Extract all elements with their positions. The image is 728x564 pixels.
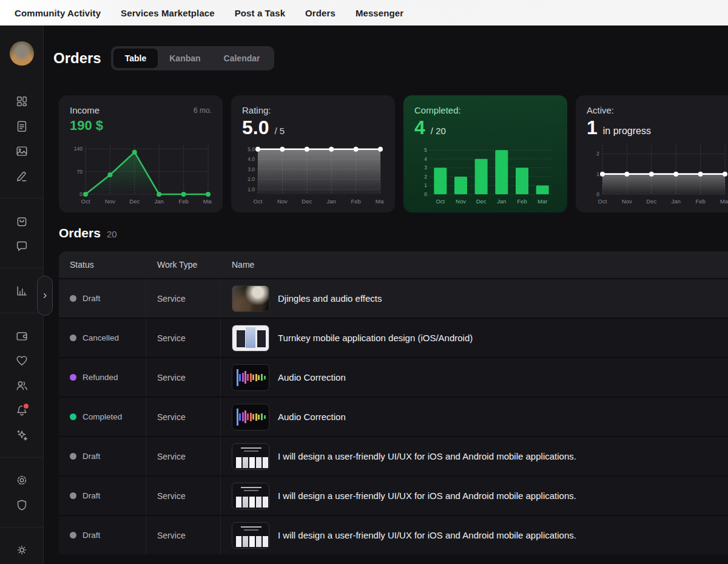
card-label: Active: — [587, 105, 614, 115]
svg-text:Nov: Nov — [622, 198, 632, 205]
tab-table[interactable]: Table — [113, 49, 158, 68]
page-header: Orders TableKanbanCalendar — [44, 25, 728, 70]
orders-count: 20 — [107, 229, 117, 239]
table-row[interactable]: Draft Service I will design a user-frien… — [59, 475, 728, 515]
order-thumbnail-studio[interactable] — [232, 285, 269, 312]
tab-kanban[interactable]: Kanban — [158, 49, 212, 68]
sidebar-item-heart[interactable] — [0, 348, 44, 373]
sidebar-item-wallet[interactable] — [0, 323, 44, 348]
svg-text:Feb: Feb — [517, 198, 527, 205]
svg-text:1: 1 — [596, 171, 599, 177]
wallet-icon — [15, 329, 29, 342]
svg-text:5.0: 5.0 — [248, 146, 255, 152]
table-row[interactable]: Refunded Service Audio Correction — [59, 357, 728, 396]
sidebar-item-pen[interactable] — [0, 163, 44, 188]
bag-icon — [15, 214, 29, 228]
sidebar-item-bell[interactable] — [0, 398, 44, 423]
order-thumbnail-phones[interactable] — [232, 325, 269, 352]
order-name: Audio Correction — [278, 372, 346, 382]
order-thumbnail-uiux[interactable] — [232, 443, 269, 470]
column-header-work-type: Work Type — [146, 260, 221, 270]
status-dot — [70, 335, 76, 341]
svg-text:Feb: Feb — [351, 198, 360, 205]
table-row[interactable]: Draft Service I will design a user-frien… — [59, 436, 728, 475]
stats-cards: Income 6 mo. 190 $ 140700OctNovDecJanFeb… — [59, 95, 728, 212]
work-type-label: Service — [157, 452, 186, 461]
sidebar-item-users[interactable] — [0, 373, 44, 398]
order-thumbnail-uiux[interactable] — [232, 522, 269, 549]
svg-text:Feb: Feb — [178, 198, 188, 205]
active-suffix: in progress — [603, 126, 651, 137]
svg-text:Jan: Jan — [672, 198, 681, 205]
table-body: Draft Service Djingles and audio effects… — [59, 278, 728, 554]
table-row[interactable]: Cancelled Service Turnkey mobile applica… — [59, 318, 728, 357]
column-header-name: Name — [221, 260, 728, 270]
sidebar-item-settings[interactable] — [0, 467, 44, 492]
tab-calendar[interactable]: Calendar — [212, 49, 272, 68]
status-label: Completed — [83, 412, 122, 421]
order-thumbnail-waveform[interactable] — [232, 364, 269, 391]
order-thumbnail-uiux[interactable] — [232, 483, 269, 509]
order-thumbnail-waveform[interactable] — [232, 404, 269, 430]
avatar[interactable] — [10, 41, 34, 66]
sidebar-expand-button[interactable] — [37, 276, 53, 316]
active-card: Active: 1 in progress 210OctNovDecJanFeb… — [576, 95, 728, 212]
rating-card: Rating: 5.0 / 5 5.04.03.02.01.0OctNovDec… — [231, 95, 395, 212]
status-label: Refunded — [83, 373, 118, 382]
orders-section-title: Orders — [59, 226, 101, 240]
heart-icon — [15, 354, 29, 367]
sidebar-item-document[interactable] — [0, 114, 44, 138]
work-type-label: Service — [157, 294, 186, 304]
orders-section: Orders 20 Status Work Type Name Draft Se… — [59, 226, 728, 554]
table-row[interactable]: Draft Service I will design a user-frien… — [59, 515, 728, 554]
svg-text:Jan: Jan — [497, 198, 506, 205]
income-chart: 140700OctNovDecJanFebMar — [70, 141, 212, 206]
svg-text:Mar: Mar — [720, 198, 728, 205]
svg-text:Dec: Dec — [302, 198, 312, 205]
sidebar-item-chat[interactable] — [0, 233, 44, 258]
svg-text:0: 0 — [79, 191, 83, 197]
analytics-icon — [15, 284, 29, 297]
sidebar-item-image[interactable] — [0, 138, 44, 163]
sidebar-item-dashboard[interactable] — [0, 89, 44, 114]
completed-chart: 543210OctNovDecJanFebMar — [414, 141, 556, 206]
sidebar-divider — [0, 268, 44, 268]
order-name: Audio Correction — [278, 412, 346, 422]
svg-text:Mar: Mar — [203, 198, 212, 205]
sidebar-divider — [0, 313, 44, 313]
status-label: Cancelled — [83, 333, 119, 342]
bell-icon — [15, 404, 29, 417]
card-label: Rating: — [242, 105, 271, 115]
table-row[interactable]: Completed Service Audio Correction — [59, 396, 728, 436]
work-type-label: Service — [157, 373, 186, 382]
nav-item-post-a-task[interactable]: Post a Task — [235, 8, 285, 18]
svg-text:Jan: Jan — [155, 198, 164, 205]
nav-item-messenger[interactable]: Messenger — [356, 8, 403, 18]
card-label: Income — [70, 105, 99, 115]
svg-text:Nov: Nov — [456, 198, 466, 205]
sidebar-item-shield[interactable] — [0, 492, 44, 517]
status-label: Draft — [83, 491, 100, 500]
sidebar-item-bag[interactable] — [0, 208, 44, 233]
svg-text:70: 70 — [77, 168, 83, 174]
theme-icon — [15, 543, 29, 557]
nav-item-community-activity[interactable]: Community Activity — [15, 8, 101, 18]
svg-text:2: 2 — [424, 174, 427, 180]
svg-text:4: 4 — [424, 156, 427, 162]
rating-value: 5.0 — [242, 117, 269, 138]
nav-item-services-marketplace[interactable]: Services Marketplace — [121, 8, 215, 18]
svg-text:3: 3 — [424, 165, 427, 171]
status-dot — [70, 413, 76, 420]
order-name: I will design a user-friendly UI/UX for … — [278, 451, 576, 461]
svg-text:2.0: 2.0 — [248, 176, 255, 182]
work-type-label: Service — [157, 412, 186, 422]
sidebar-item-sparkles[interactable] — [0, 423, 44, 447]
status-label: Draft — [83, 294, 100, 303]
sidebar-item-theme[interactable] — [0, 537, 44, 562]
table-row[interactable]: Draft Service Djingles and audio effects — [59, 278, 728, 318]
document-icon — [15, 120, 29, 133]
svg-text:2: 2 — [596, 151, 599, 157]
svg-text:Dec: Dec — [476, 198, 487, 205]
page-title: Orders — [53, 50, 101, 67]
nav-item-orders[interactable]: Orders — [305, 8, 335, 18]
